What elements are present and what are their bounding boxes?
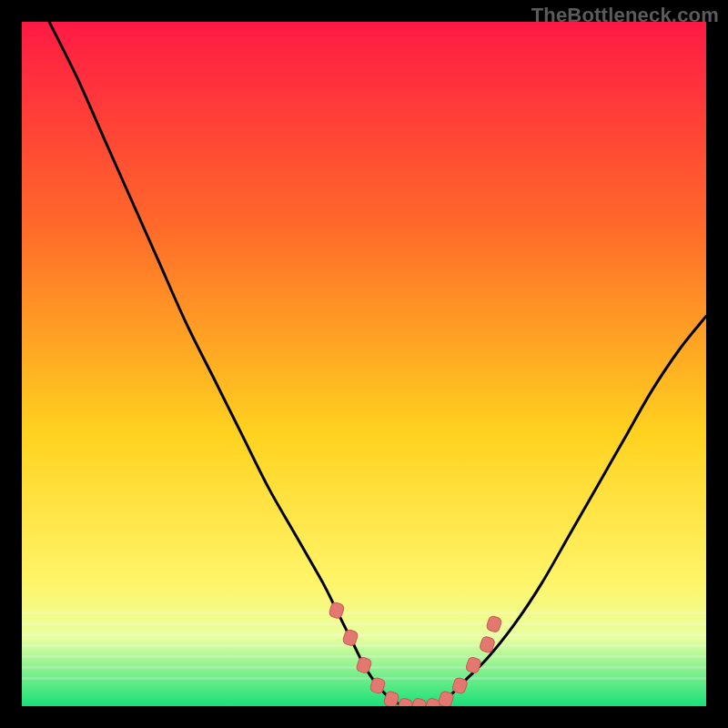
svg-rect-3 — [22, 644, 706, 647]
svg-rect-1 — [22, 622, 706, 625]
watermark: TheBottleneck.com — [531, 4, 719, 27]
bottleneck-plot — [22, 22, 706, 706]
svg-rect-2 — [22, 633, 706, 636]
svg-rect-0 — [22, 612, 706, 614]
svg-rect-6 — [22, 677, 706, 680]
gradient-background — [22, 22, 706, 706]
chart-frame — [22, 22, 706, 706]
